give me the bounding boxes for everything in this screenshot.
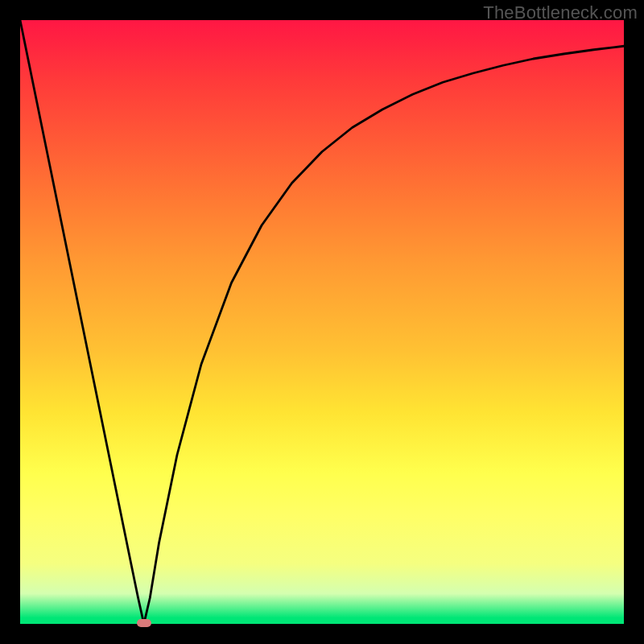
plot-area	[20, 20, 624, 624]
bottleneck-curve	[20, 20, 624, 624]
optimum-marker	[137, 619, 151, 627]
watermark-label: TheBottleneck.com	[483, 2, 638, 23]
chart-frame: TheBottleneck.com	[0, 0, 644, 644]
